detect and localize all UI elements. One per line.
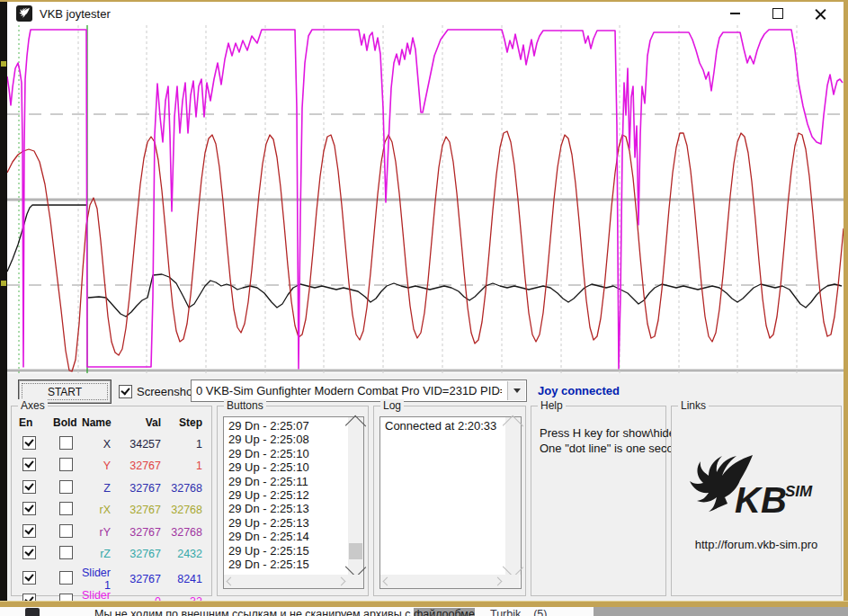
header-bold: Bold	[48, 416, 82, 429]
logo-sim-text: SIM	[785, 483, 813, 500]
buttons-hscrollbar[interactable]	[224, 575, 363, 588]
help-group: Help Press H key for show\hide One "dot …	[531, 406, 666, 596]
bold-checkbox[interactable]	[59, 458, 73, 471]
background-text-plain: Мы не ходим по внешним ссылкам и не скан…	[94, 608, 414, 616]
chevron-up-icon	[503, 415, 523, 435]
list-item[interactable]: Connected at 2:20:33	[382, 419, 504, 433]
axis-val: 32767	[112, 460, 165, 472]
log-group-title: Log	[380, 399, 404, 412]
list-item[interactable]: 29 Dn - 2:25:13	[226, 502, 348, 515]
axis-step: 1	[165, 438, 208, 451]
list-item[interactable]: 29 Up - 2:25:12	[226, 488, 348, 502]
device-select-value: 0 VKB-Sim Gunfighter Modern Combat Pro V…	[196, 384, 502, 397]
header-val: Val	[112, 416, 165, 429]
chevron-up-icon	[345, 415, 366, 435]
help-line-2: One "dot line" is one second	[540, 442, 686, 455]
bold-checkbox[interactable]	[59, 524, 73, 538]
en-cell	[12, 524, 48, 540]
en-checkbox[interactable]	[22, 546, 36, 559]
axis-step: 32768	[165, 482, 208, 495]
en-checkbox[interactable]	[22, 480, 36, 494]
bold-checkbox[interactable]	[59, 502, 73, 515]
axes-group: Axes En Bold Name Val Step X342571Y32767…	[11, 406, 212, 596]
chevron-down-icon	[513, 388, 521, 393]
bold-checkbox[interactable]	[59, 480, 73, 494]
en-checkbox[interactable]	[22, 524, 36, 538]
bold-checkbox[interactable]	[59, 571, 73, 585]
axis-step: 2432	[165, 548, 208, 560]
scroll-down-button[interactable]	[348, 561, 363, 575]
scroll-up-button[interactable]	[505, 417, 521, 431]
header-name: Name	[82, 416, 112, 429]
axes-group-title: Axes	[18, 399, 48, 412]
list-item[interactable]: 29 Up - 2:25:15	[226, 544, 348, 558]
log-hscrollbar[interactable]	[380, 575, 520, 588]
list-item[interactable]: 29 Dn - 2:25:10	[226, 447, 348, 460]
minimize-button[interactable]	[719, 2, 750, 25]
buttons-group-title: Buttons	[224, 399, 266, 412]
close-button[interactable]	[805, 2, 835, 25]
list-item[interactable]: 29 Up - 2:25:10	[226, 460, 348, 474]
links-group: Links KB SIM http://forum.vkb-sim.pro	[671, 406, 842, 596]
forum-link[interactable]: http://forum.vkb-sim.pro	[672, 538, 841, 551]
buttons-vscrollbar[interactable]	[348, 417, 363, 575]
axes-row: Z3276732768	[12, 479, 211, 497]
background-text-highlight: файлообме	[414, 608, 475, 616]
axes-table-header: En Bold Name Val Step	[12, 414, 211, 432]
maximize-icon	[772, 8, 783, 19]
en-checkbox[interactable]	[22, 436, 36, 450]
maximize-button[interactable]	[763, 2, 793, 25]
background-page-icon	[25, 608, 40, 616]
list-item[interactable]: 29 Dn - 2:25:15	[226, 558, 348, 571]
list-item[interactable]: 29 Dn - 2:25:07	[226, 419, 348, 433]
axis-val: 32767	[112, 526, 165, 539]
list-item[interactable]: 29 Dn - 2:25:11	[226, 475, 348, 488]
vkb-sim-logo: KB SIM	[688, 453, 827, 536]
axis-name: rZ	[82, 548, 112, 560]
list-item[interactable]: 29 Up - 2:25:13	[226, 516, 348, 530]
chevron-left-icon	[383, 577, 392, 586]
header-en: En	[12, 416, 48, 429]
log-vscrollbar[interactable]	[505, 417, 521, 575]
background-page-text-right: Turbik... (5)	[490, 608, 547, 616]
axis-name: Y	[82, 460, 112, 472]
scroll-right-button[interactable]	[491, 575, 504, 588]
titlebar[interactable]: VKB joytester	[7, 2, 844, 25]
axis-val: 32767	[112, 482, 165, 495]
chevron-left-icon	[227, 577, 236, 586]
window-title: VKB joytester	[40, 7, 111, 21]
chevron-right-icon	[337, 577, 346, 586]
list-item[interactable]: 29 Up - 2:25:15	[226, 571, 348, 574]
en-checkbox[interactable]	[22, 571, 36, 585]
scroll-left-button[interactable]	[380, 575, 394, 588]
control-panel: START Screenshoot 0 VKB-Sim Gunfighter M…	[7, 373, 844, 601]
scroll-down-button[interactable]	[505, 561, 521, 575]
bold-checkbox[interactable]	[59, 436, 73, 450]
axis-name: rX	[82, 504, 112, 516]
log-listbox[interactable]: Connected at 2:20:33	[379, 416, 522, 589]
close-icon	[815, 8, 826, 20]
axes-row: rZ327672432	[12, 545, 211, 563]
screenshot-checkbox[interactable]	[119, 385, 132, 398]
axes-row: X342571	[12, 435, 211, 453]
scroll-right-button[interactable]	[335, 575, 348, 588]
background-page-strip: Мы не ходим по внешним ссылкам и не скан…	[0, 607, 848, 616]
en-checkbox[interactable]	[22, 502, 36, 515]
background-page-text: Мы не ходим по внешним ссылкам и не скан…	[94, 608, 475, 616]
en-cell	[12, 502, 48, 518]
y-axis-trace-red	[7, 131, 844, 371]
chevron-right-icon	[494, 577, 503, 586]
list-item[interactable]: 29 Up - 2:25:08	[226, 433, 348, 446]
help-line-1: Press H key for show\hide	[540, 426, 675, 440]
buttons-group: Buttons 29 Dn - 2:25:0729 Up - 2:25:0829…	[217, 406, 369, 596]
device-select-dropdown-button[interactable]	[507, 381, 525, 400]
bold-checkbox[interactable]	[59, 546, 73, 559]
axes-row: Slider 1327678241	[12, 567, 211, 585]
list-item[interactable]: 29 Dn - 2:25:14	[226, 530, 348, 543]
axis-name: X	[82, 438, 112, 451]
bold-cell	[48, 436, 82, 452]
scroll-up-button[interactable]	[348, 417, 363, 431]
scroll-left-button[interactable]	[224, 575, 237, 588]
buttons-listbox[interactable]: 29 Dn - 2:25:0729 Up - 2:25:0829 Dn - 2:…	[223, 416, 364, 589]
en-checkbox[interactable]	[22, 458, 36, 471]
